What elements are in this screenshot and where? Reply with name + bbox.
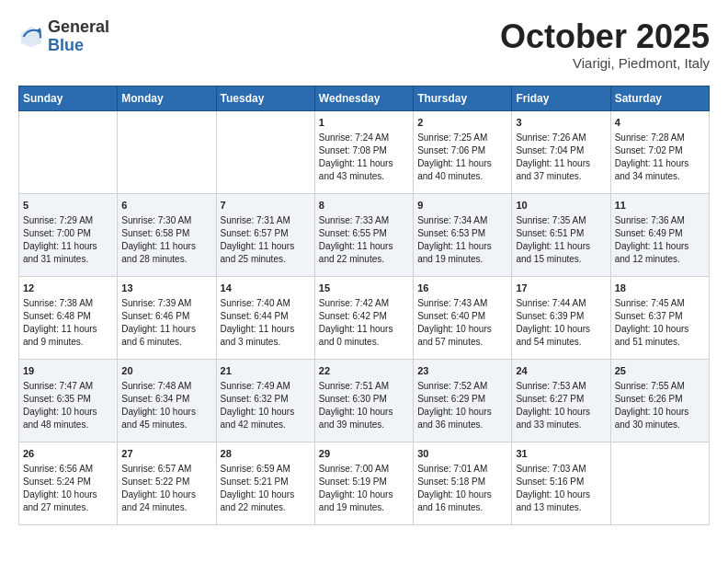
day-info: Sunset: 5:24 PM <box>23 476 113 488</box>
day-cell <box>118 110 216 193</box>
day-cell: 28Sunrise: 6:59 AMSunset: 5:21 PMDayligh… <box>216 442 314 524</box>
day-number: 9 <box>417 199 507 213</box>
day-info: Daylight: 10 hours and 30 minutes. <box>615 406 705 431</box>
day-info: Sunrise: 7:24 AM <box>319 132 409 144</box>
day-cell: 18Sunrise: 7:45 AMSunset: 6:37 PMDayligh… <box>610 276 709 359</box>
day-info: Sunrise: 7:29 AM <box>23 214 113 227</box>
month-title: October 2025 <box>500 18 710 55</box>
day-cell: 12Sunrise: 7:38 AMSunset: 6:48 PMDayligh… <box>19 276 118 359</box>
week-row-2: 5Sunrise: 7:29 AMSunset: 7:00 PMDaylight… <box>19 193 710 276</box>
day-info: Daylight: 11 hours and 0 minutes. <box>319 323 409 349</box>
day-info: Sunset: 6:37 PM <box>615 310 705 323</box>
day-cell: 15Sunrise: 7:42 AMSunset: 6:42 PMDayligh… <box>314 276 413 359</box>
day-info: Sunset: 6:57 PM <box>221 227 311 240</box>
logo-general-text: General <box>48 17 109 36</box>
day-info: Sunset: 5:22 PM <box>121 476 211 488</box>
day-cell: 23Sunrise: 7:52 AMSunset: 6:29 PMDayligh… <box>414 359 512 442</box>
day-cell: 3Sunrise: 7:26 AMSunset: 7:04 PMDaylight… <box>512 110 610 193</box>
day-cell: 11Sunrise: 7:36 AMSunset: 6:49 PMDayligh… <box>610 193 709 276</box>
day-info: Daylight: 11 hours and 25 minutes. <box>221 240 311 266</box>
day-number: 12 <box>23 282 113 295</box>
day-info: Daylight: 11 hours and 12 minutes. <box>615 240 705 266</box>
day-info: Sunset: 5:21 PM <box>221 476 311 488</box>
day-info: Sunrise: 6:59 AM <box>221 463 311 476</box>
day-info: Sunrise: 7:31 AM <box>221 214 311 227</box>
day-number: 11 <box>615 199 705 213</box>
day-info: Sunset: 6:53 PM <box>417 227 507 240</box>
day-info: Daylight: 11 hours and 40 minutes. <box>417 157 507 183</box>
page-header: General Blue October 2025 Viarigi, Piedm… <box>18 18 710 71</box>
day-cell: 6Sunrise: 7:30 AMSunset: 6:58 PMDaylight… <box>118 193 216 276</box>
day-number: 23 <box>417 364 507 378</box>
day-number: 28 <box>221 447 311 461</box>
day-info: Sunset: 7:08 PM <box>319 144 409 157</box>
day-number: 5 <box>23 199 113 213</box>
day-number: 26 <box>23 447 113 461</box>
day-cell: 14Sunrise: 7:40 AMSunset: 6:44 PMDayligh… <box>216 276 314 359</box>
day-cell <box>216 110 314 193</box>
day-info: Daylight: 11 hours and 37 minutes. <box>516 157 606 183</box>
day-cell: 20Sunrise: 7:48 AMSunset: 6:34 PMDayligh… <box>118 359 216 442</box>
day-cell: 9Sunrise: 7:34 AMSunset: 6:53 PMDaylight… <box>414 193 512 276</box>
day-cell: 16Sunrise: 7:43 AMSunset: 6:40 PMDayligh… <box>414 276 512 359</box>
day-info: Sunset: 6:42 PM <box>319 310 409 323</box>
day-header-wednesday: Wednesday <box>314 86 413 110</box>
day-info: Sunset: 6:51 PM <box>516 227 606 240</box>
day-info: Sunset: 6:34 PM <box>121 393 211 406</box>
day-number: 24 <box>516 364 606 378</box>
day-info: Daylight: 10 hours and 13 minutes. <box>516 488 606 514</box>
day-info: Sunset: 7:04 PM <box>516 144 606 157</box>
calendar-table: SundayMondayTuesdayWednesdayThursdayFrid… <box>18 86 710 525</box>
day-info: Daylight: 11 hours and 9 minutes. <box>23 323 113 349</box>
day-info: Daylight: 10 hours and 22 minutes. <box>221 488 311 514</box>
day-info: Sunset: 6:39 PM <box>516 310 606 323</box>
week-row-4: 19Sunrise: 7:47 AMSunset: 6:35 PMDayligh… <box>19 359 710 442</box>
day-number: 21 <box>221 364 311 378</box>
day-number: 10 <box>516 199 606 213</box>
day-cell: 19Sunrise: 7:47 AMSunset: 6:35 PMDayligh… <box>19 359 118 442</box>
day-info: Daylight: 11 hours and 15 minutes. <box>516 240 606 266</box>
day-info: Sunset: 6:40 PM <box>417 310 507 323</box>
day-info: Sunrise: 7:39 AM <box>121 297 211 310</box>
day-cell: 13Sunrise: 7:39 AMSunset: 6:46 PMDayligh… <box>118 276 216 359</box>
day-info: Sunrise: 7:25 AM <box>417 132 507 144</box>
day-info: Sunset: 6:30 PM <box>319 393 409 406</box>
day-info: Sunrise: 7:35 AM <box>516 214 606 227</box>
day-cell: 10Sunrise: 7:35 AMSunset: 6:51 PMDayligh… <box>512 193 610 276</box>
day-info: Daylight: 10 hours and 42 minutes. <box>221 406 311 431</box>
day-info: Daylight: 10 hours and 24 minutes. <box>121 488 211 514</box>
title-block: October 2025 Viarigi, Piedmont, Italy <box>500 18 710 71</box>
calendar-body: 1Sunrise: 7:24 AMSunset: 7:08 PMDaylight… <box>19 110 710 524</box>
day-info: Daylight: 10 hours and 19 minutes. <box>319 488 409 514</box>
day-cell: 17Sunrise: 7:44 AMSunset: 6:39 PMDayligh… <box>512 276 610 359</box>
day-info: Sunset: 6:58 PM <box>121 227 211 240</box>
day-info: Sunrise: 7:52 AM <box>417 380 507 393</box>
day-number: 17 <box>516 282 606 295</box>
day-number: 15 <box>319 282 409 295</box>
day-info: Sunrise: 7:42 AM <box>319 297 409 310</box>
week-row-3: 12Sunrise: 7:38 AMSunset: 6:48 PMDayligh… <box>19 276 710 359</box>
day-number: 16 <box>417 282 507 295</box>
day-info: Sunset: 6:55 PM <box>319 227 409 240</box>
day-info: Daylight: 10 hours and 16 minutes. <box>417 488 507 514</box>
day-info: Daylight: 11 hours and 43 minutes. <box>319 157 409 183</box>
day-info: Sunrise: 7:01 AM <box>417 463 507 476</box>
day-info: Daylight: 11 hours and 6 minutes. <box>121 323 211 349</box>
day-number: 14 <box>221 282 311 295</box>
day-info: Daylight: 11 hours and 22 minutes. <box>319 240 409 266</box>
day-number: 31 <box>516 447 606 461</box>
day-info: Sunrise: 6:57 AM <box>121 463 211 476</box>
day-info: Sunset: 6:46 PM <box>121 310 211 323</box>
logo-blue-text: Blue <box>48 36 84 54</box>
day-number: 8 <box>319 199 409 213</box>
week-row-5: 26Sunrise: 6:56 AMSunset: 5:24 PMDayligh… <box>19 442 710 524</box>
day-info: Sunset: 5:16 PM <box>516 476 606 488</box>
day-info: Sunrise: 7:45 AM <box>615 297 705 310</box>
day-number: 20 <box>121 364 211 378</box>
day-number: 27 <box>121 447 211 461</box>
day-number: 13 <box>121 282 211 295</box>
day-cell: 5Sunrise: 7:29 AMSunset: 7:00 PMDaylight… <box>19 193 118 276</box>
day-header-friday: Friday <box>512 86 610 110</box>
day-cell: 29Sunrise: 7:00 AMSunset: 5:19 PMDayligh… <box>314 442 413 524</box>
day-cell: 4Sunrise: 7:28 AMSunset: 7:02 PMDaylight… <box>610 110 709 193</box>
